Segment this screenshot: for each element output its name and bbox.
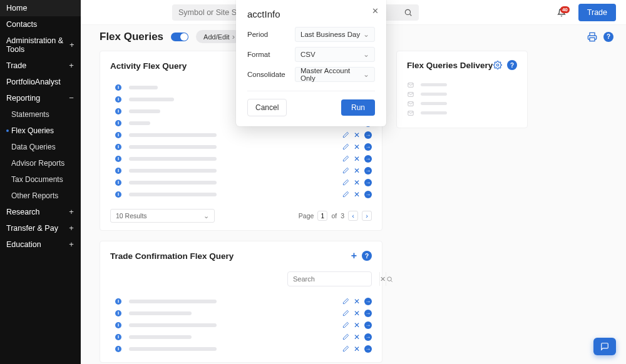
close-icon[interactable]: ✕ bbox=[372, 6, 379, 16]
info-icon[interactable]: i bbox=[115, 132, 121, 138]
run-icon[interactable]: → bbox=[364, 143, 372, 151]
period-select[interactable]: Last Business Day ⌄ bbox=[295, 27, 375, 42]
info-icon[interactable]: i bbox=[115, 298, 121, 305]
chevron-down-icon: ⌄ bbox=[363, 30, 369, 39]
period-value: Last Business Day bbox=[300, 31, 360, 38]
run-icon[interactable]: → bbox=[364, 191, 372, 198]
sidebar-item-education[interactable]: Education + bbox=[0, 236, 81, 253]
sidebar-item-contacts[interactable]: Contacts bbox=[0, 16, 81, 33]
sidebar-sub-advisor-reports[interactable]: Advisor Reports bbox=[0, 155, 81, 171]
svg-point-0 bbox=[405, 9, 410, 14]
delete-icon[interactable]: ✕ bbox=[354, 166, 360, 175]
edit-icon[interactable] bbox=[342, 167, 349, 174]
notifications-button[interactable]: 40 bbox=[557, 8, 566, 17]
run-icon[interactable]: → bbox=[364, 298, 372, 305]
mail-icon bbox=[407, 91, 414, 98]
add-edit-button[interactable]: Add/Edit › bbox=[196, 30, 241, 43]
cancel-button[interactable]: Cancel bbox=[247, 99, 287, 116]
prev-page-button[interactable]: ‹ bbox=[348, 211, 358, 221]
info-icon[interactable]: i bbox=[115, 334, 121, 340]
sidebar-sub-flex-queries[interactable]: Flex Queries bbox=[0, 123, 81, 139]
info-icon[interactable]: i bbox=[115, 179, 121, 186]
info-icon[interactable]: i bbox=[115, 346, 121, 352]
consolidate-select[interactable]: Master Account Only ⌄ bbox=[295, 67, 375, 82]
info-icon[interactable]: i bbox=[115, 310, 121, 316]
delete-icon[interactable]: ✕ bbox=[354, 178, 360, 187]
edit-icon[interactable] bbox=[342, 143, 349, 150]
run-button[interactable]: Run bbox=[341, 99, 375, 116]
gear-icon[interactable] bbox=[493, 61, 502, 69]
delete-icon[interactable]: ✕ bbox=[354, 345, 360, 353]
run-icon[interactable]: → bbox=[364, 155, 372, 163]
help-icon[interactable]: ? bbox=[603, 32, 613, 42]
info-icon[interactable]: i bbox=[115, 144, 121, 150]
edit-icon[interactable] bbox=[342, 131, 349, 138]
info-icon[interactable]: i bbox=[115, 322, 121, 328]
add-query-icon[interactable]: + bbox=[351, 250, 357, 261]
delete-icon[interactable]: ✕ bbox=[354, 309, 360, 318]
delete-icon[interactable]: ✕ bbox=[354, 190, 360, 199]
sidebar-sub-other-reports[interactable]: Other Reports bbox=[0, 188, 81, 204]
mail-icon bbox=[407, 82, 414, 88]
chat-button[interactable] bbox=[593, 338, 616, 355]
page-input[interactable] bbox=[317, 211, 327, 221]
edit-icon[interactable] bbox=[342, 191, 349, 198]
flex-queries-toggle[interactable] bbox=[171, 33, 188, 41]
edit-icon[interactable] bbox=[342, 298, 349, 305]
search-icon[interactable] bbox=[386, 272, 393, 286]
delete-icon[interactable]: ✕ bbox=[354, 131, 360, 139]
list-item: i✕→ bbox=[110, 129, 372, 141]
sidebar-sub-data-queries[interactable]: Data Queries bbox=[0, 139, 81, 155]
delete-icon[interactable]: ✕ bbox=[354, 154, 360, 163]
delete-icon[interactable]: ✕ bbox=[354, 333, 360, 341]
run-icon[interactable]: → bbox=[364, 131, 372, 139]
sidebar-sub-label: Statements bbox=[11, 110, 49, 119]
edit-icon[interactable] bbox=[342, 155, 349, 162]
info-icon[interactable]: i bbox=[115, 168, 121, 174]
sidebar-item-admin[interactable]: Administration & Tools + bbox=[0, 33, 81, 58]
edit-icon[interactable] bbox=[342, 333, 349, 340]
help-icon[interactable]: ? bbox=[362, 251, 372, 261]
edit-icon[interactable] bbox=[342, 321, 349, 328]
sidebar-item-portfolioanalyst[interactable]: PortfolioAnalyst bbox=[0, 74, 81, 90]
sidebar-label: Research bbox=[6, 208, 40, 216]
trade-button[interactable]: Trade bbox=[578, 4, 616, 21]
sidebar-item-research[interactable]: Research + bbox=[0, 204, 81, 220]
delete-icon[interactable]: ✕ bbox=[354, 143, 360, 151]
edit-icon[interactable] bbox=[342, 310, 349, 316]
sidebar-item-trade[interactable]: Trade + bbox=[0, 58, 81, 74]
page-of: of bbox=[331, 212, 337, 220]
run-icon[interactable]: → bbox=[364, 321, 372, 329]
info-icon[interactable]: i bbox=[115, 84, 121, 91]
delete-icon[interactable]: ✕ bbox=[354, 297, 360, 306]
run-icon[interactable]: → bbox=[364, 345, 372, 353]
sidebar-item-reporting[interactable]: Reporting − bbox=[0, 90, 81, 106]
info-icon[interactable]: i bbox=[115, 96, 121, 103]
format-select[interactable]: CSV ⌄ bbox=[295, 47, 375, 62]
help-icon[interactable]: ? bbox=[507, 60, 517, 70]
info-icon[interactable]: i bbox=[115, 156, 121, 162]
edit-icon[interactable] bbox=[342, 345, 349, 352]
sidebar-item-transfer-pay[interactable]: Transfer & Pay + bbox=[0, 220, 81, 236]
info-icon[interactable]: i bbox=[115, 191, 121, 198]
run-icon[interactable]: → bbox=[364, 179, 372, 186]
sidebar-item-home[interactable]: Home bbox=[0, 0, 81, 16]
run-icon[interactable]: → bbox=[364, 167, 372, 174]
search-icon[interactable] bbox=[404, 8, 413, 17]
edit-icon[interactable] bbox=[342, 179, 349, 186]
sidebar-sub-statements[interactable]: Statements bbox=[0, 106, 81, 123]
sidebar-sub-tax-documents[interactable]: Tax Documents bbox=[0, 171, 81, 188]
info-icon[interactable]: i bbox=[115, 120, 121, 126]
card-search[interactable]: ✕ bbox=[287, 271, 372, 286]
next-page-button[interactable]: › bbox=[362, 211, 372, 221]
info-icon[interactable]: i bbox=[115, 108, 121, 114]
print-icon[interactable] bbox=[587, 32, 597, 42]
run-icon[interactable]: → bbox=[364, 310, 372, 317]
results-per-page-dropdown[interactable]: 10 Results ⌄ bbox=[110, 209, 215, 223]
card-title: Flex Queries Delivery bbox=[407, 61, 493, 70]
clear-icon[interactable]: ✕ bbox=[379, 272, 386, 286]
run-icon[interactable]: → bbox=[364, 333, 372, 341]
delete-icon[interactable]: ✕ bbox=[354, 321, 360, 330]
delivery-list bbox=[407, 80, 517, 118]
card-search-input[interactable] bbox=[293, 275, 379, 283]
